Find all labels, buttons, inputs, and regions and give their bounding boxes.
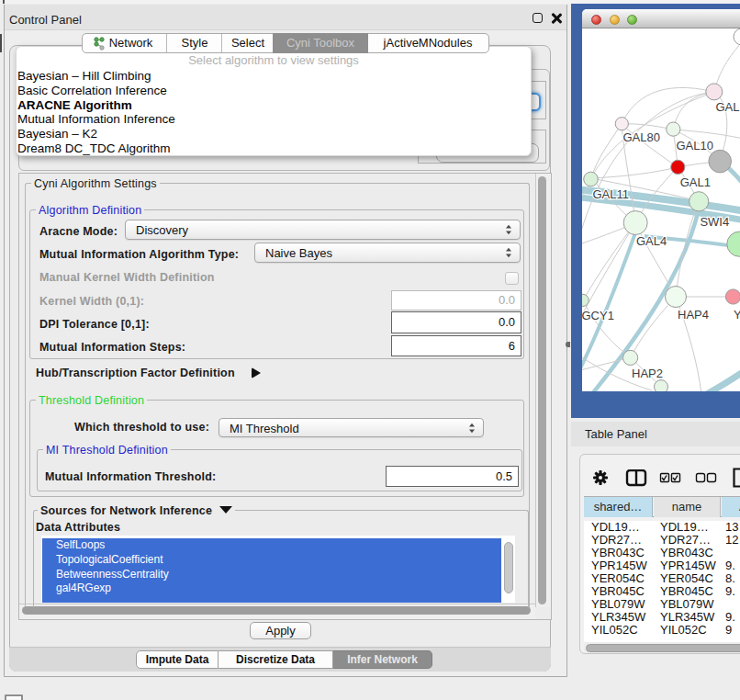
svg-text:GCY1: GCY1 [582,309,614,322]
svg-text:HAP2: HAP2 [632,367,663,380]
svg-text:GAL4: GAL4 [636,234,667,248]
svg-text:GAL1: GAL1 [680,175,711,189]
svg-text:HAP4: HAP4 [678,308,709,322]
svg-text:Y: Y [734,308,740,322]
svg-text:SWI4: SWI4 [700,215,729,229]
svg-text:GAL: GAL [715,100,739,114]
svg-text:GAL10: GAL10 [676,139,712,152]
svg-text:GAL11: GAL11 [592,187,629,201]
svg-text:GAL80: GAL80 [623,130,660,144]
